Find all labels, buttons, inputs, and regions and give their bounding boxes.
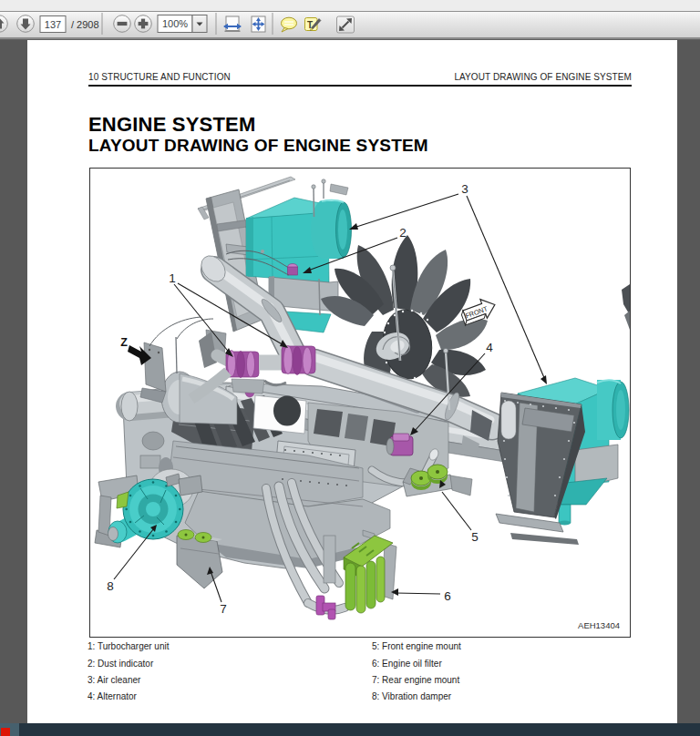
svg-text:Z: Z xyxy=(120,336,128,349)
svg-text:AEH13404: AEH13404 xyxy=(578,620,620,630)
svg-text:6: 6 xyxy=(444,589,451,603)
svg-text:7: 7 xyxy=(220,602,227,616)
svg-text:/ 2908: / 2908 xyxy=(71,19,99,30)
svg-text:3: 3 xyxy=(461,182,468,196)
svg-text:100%: 100% xyxy=(162,18,188,29)
svg-text:8: 8 xyxy=(107,579,114,593)
svg-text:1: 1 xyxy=(169,271,176,285)
svg-text:137: 137 xyxy=(45,19,61,30)
svg-text:4: 4 xyxy=(486,341,493,354)
svg-text:5: 5 xyxy=(471,530,479,544)
svg-text:2: 2 xyxy=(399,226,407,240)
